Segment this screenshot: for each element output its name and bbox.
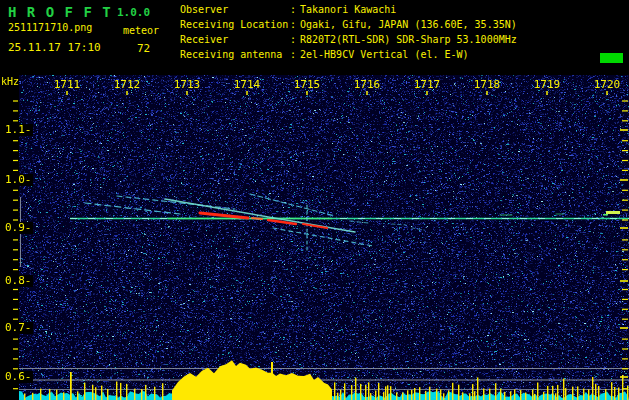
- time-tick-label: 1715: [291, 78, 323, 91]
- output-filename: 2511171710.png: [8, 22, 92, 33]
- station-info: Observer:Takanori KawachiReceiving Locat…: [180, 2, 620, 62]
- time-tick-label: 1711: [51, 78, 83, 91]
- info-colon: :: [290, 17, 300, 32]
- freq-tick-label: 0.6-: [4, 371, 33, 383]
- meteor-echo-traces: [85, 194, 564, 250]
- spectrogram-overlay: [0, 75, 629, 400]
- time-tick-label: 1720: [591, 78, 623, 91]
- info-label: Receiving Location: [180, 17, 290, 32]
- time-tick-label: 1713: [171, 78, 203, 91]
- info-colon: :: [290, 47, 300, 62]
- info-row: Observer:Takanori Kawachi: [180, 2, 620, 17]
- info-label: Receiver: [180, 32, 290, 47]
- app-version: 1.0.0: [117, 6, 150, 19]
- info-label: Receiving antenna: [180, 47, 290, 62]
- freq-axis-unit: kHz: [1, 76, 19, 87]
- time-tick-label: 1719: [531, 78, 563, 91]
- freq-tick-label: 0.7-: [4, 322, 33, 334]
- freq-tick-label: 0.9-: [4, 222, 33, 234]
- info-value: R820T2(RTL-SDR) SDR-Sharp 53.1000MHz: [300, 32, 517, 47]
- freq-tick-label: 1.0-: [4, 174, 33, 186]
- info-value: Takanori Kawachi: [300, 2, 396, 17]
- info-row: Receiving Location:Ogaki, Gifu, JAPAN (1…: [180, 17, 620, 32]
- info-row: Receiving antenna:2el-HB9CV Vertical (el…: [180, 47, 620, 62]
- reference-lines: [19, 197, 629, 390]
- info-colon: :: [290, 2, 300, 17]
- app-title: H R O F F T: [8, 4, 112, 20]
- time-tick-label: 1718: [471, 78, 503, 91]
- time-tick-label: 1712: [111, 78, 143, 91]
- time-tick-label: 1717: [411, 78, 443, 91]
- info-value: 2el-HB9CV Vertical (el. E-W): [300, 47, 469, 62]
- status-indicator: [600, 53, 623, 63]
- info-colon: :: [290, 32, 300, 47]
- date-time: 25.11.17 17:10: [8, 41, 101, 54]
- axis-ticks: [13, 91, 628, 389]
- info-value: Ogaki, Gifu, JAPAN (136.60E, 35.35N): [300, 17, 517, 32]
- observation-mode: meteor: [123, 25, 159, 36]
- time-tick-label: 1714: [231, 78, 263, 91]
- hrofft-window: H R O F F T 1.0.0 2511171710.png meteor …: [0, 0, 629, 400]
- freq-tick-label: 1.1-: [4, 124, 33, 136]
- time-tick-label: 1716: [351, 78, 383, 91]
- echo-count: 72: [137, 42, 150, 55]
- freq-tick-label: 0.8-: [4, 275, 33, 287]
- info-label: Observer: [180, 2, 290, 17]
- info-row: Receiver:R820T2(RTL-SDR) SDR-Sharp 53.10…: [180, 32, 620, 47]
- carrier-highlight: [603, 211, 620, 216]
